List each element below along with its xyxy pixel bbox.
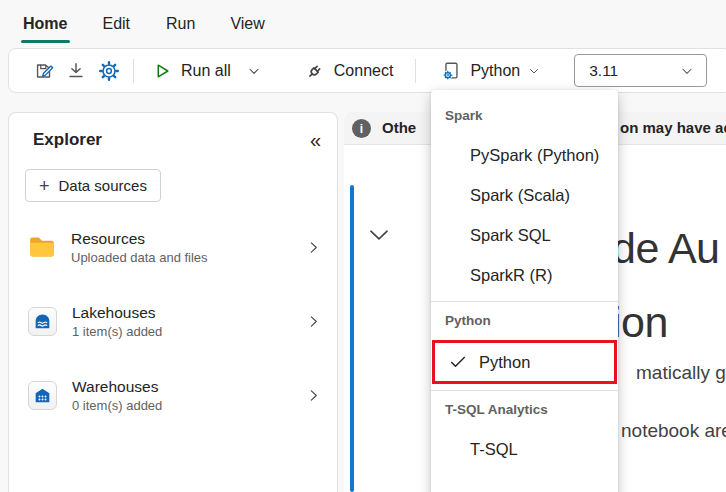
tab-view[interactable]: View	[229, 11, 265, 37]
toolbar-divider	[133, 59, 134, 83]
menu-divider	[431, 301, 618, 302]
menu-divider	[431, 390, 618, 391]
item-subtitle: 0 item(s) added	[72, 397, 291, 414]
ribbon-toolbar: Run all Connect	[8, 48, 726, 93]
explorer-header: Explorer «	[9, 113, 337, 155]
download-icon[interactable]	[65, 60, 87, 82]
tab-home[interactable]: Home	[22, 11, 68, 37]
cell-collapse-chevron-icon[interactable]	[366, 222, 392, 248]
menu-section-header-tsql-analytics: T-SQL Analytics	[431, 397, 618, 423]
version-select-value: 3.11	[589, 62, 680, 80]
heading-fragment-line1: de Au	[612, 224, 720, 273]
info-icon: i	[352, 119, 371, 138]
sidebar-item-warehouses[interactable]: Warehouses 0 item(s) added	[9, 372, 337, 418]
version-select[interactable]: 3.11	[574, 54, 707, 87]
plus-icon: +	[39, 177, 50, 195]
menu-item-label: Python	[479, 353, 530, 372]
menu-item-pyspark[interactable]: PySpark (Python)	[431, 135, 618, 175]
menu-bar: Home Edit Run View	[0, 0, 726, 48]
folder-icon	[28, 233, 56, 261]
menu-item-spark-sql[interactable]: Spark SQL	[431, 215, 618, 255]
active-tab-underline	[21, 40, 70, 43]
lakehouse-icon	[28, 307, 57, 336]
body-text-fragment-1: matically gene	[636, 362, 726, 384]
chevron-right-icon[interactable]	[306, 314, 321, 329]
tab-edit[interactable]: Edit	[101, 11, 131, 37]
toolbar-divider	[415, 59, 416, 83]
menu-item-tsql[interactable]: T-SQL	[431, 429, 618, 469]
item-subtitle: 1 item(s) added	[72, 323, 291, 340]
menu-item-spark-scala[interactable]: Spark (Scala)	[431, 175, 618, 215]
warehouse-icon	[28, 381, 57, 410]
language-dropdown-menu: Spark PySpark (Python) Spark (Scala) Spa…	[431, 90, 618, 492]
language-chevron-down-icon	[528, 65, 540, 77]
run-all-chevron-down-icon[interactable]	[247, 64, 261, 78]
fabric-notebook-window: Home Edit Run View	[0, 0, 726, 492]
explorer-panel: Explorer « + Data sources Resources Uplo…	[8, 112, 338, 492]
item-title: Resources	[71, 229, 291, 249]
run-all-button[interactable]: Run all	[152, 61, 231, 81]
heading-fragment-line2: ion	[612, 298, 668, 347]
data-sources-label: Data sources	[59, 177, 147, 194]
item-text: Resources Uploaded data and files	[71, 229, 291, 266]
play-icon	[152, 61, 172, 81]
connect-label: Connect	[334, 62, 394, 80]
item-text: Lakehouses 1 item(s) added	[72, 303, 291, 340]
item-text: Warehouses 0 item(s) added	[72, 377, 291, 414]
plug-icon	[303, 59, 327, 83]
menu-item-python-selected[interactable]: Python	[432, 340, 617, 384]
body-text-fragment-2: notebook are	[621, 420, 726, 442]
settings-gear-icon[interactable]	[97, 59, 121, 83]
sidebar-item-resources[interactable]: Resources Uploaded data and files	[9, 224, 337, 270]
menu-section-header-spark: Spark	[431, 103, 618, 129]
language-selector-button[interactable]: Python	[440, 60, 540, 82]
banner-text-fragment-left: Othe	[382, 119, 416, 136]
tab-run[interactable]: Run	[165, 11, 196, 37]
banner-text-fragment-right: on may have ac	[620, 119, 726, 136]
run-all-label: Run all	[181, 62, 231, 80]
collapse-panel-icon[interactable]: «	[310, 130, 321, 150]
item-title: Warehouses	[72, 377, 291, 397]
item-title: Lakehouses	[72, 303, 291, 323]
version-chevron-down-icon	[680, 64, 694, 78]
data-sources-button[interactable]: + Data sources	[25, 169, 161, 202]
language-selector-label: Python	[470, 62, 520, 80]
chevron-right-icon[interactable]	[306, 388, 321, 403]
menu-item-sparkr[interactable]: SparkR (R)	[431, 255, 618, 295]
checkmark-icon	[448, 352, 468, 372]
connect-button[interactable]: Connect	[303, 59, 394, 83]
notebook-language-icon	[440, 60, 462, 82]
save-edit-icon[interactable]	[33, 60, 55, 82]
menu-section-header-python: Python	[431, 308, 618, 334]
cell-indicator-bar	[350, 185, 354, 492]
item-subtitle: Uploaded data and files	[71, 249, 291, 266]
explorer-title: Explorer	[33, 130, 102, 150]
sidebar-item-lakehouses[interactable]: Lakehouses 1 item(s) added	[9, 298, 337, 344]
chevron-right-icon[interactable]	[306, 240, 321, 255]
